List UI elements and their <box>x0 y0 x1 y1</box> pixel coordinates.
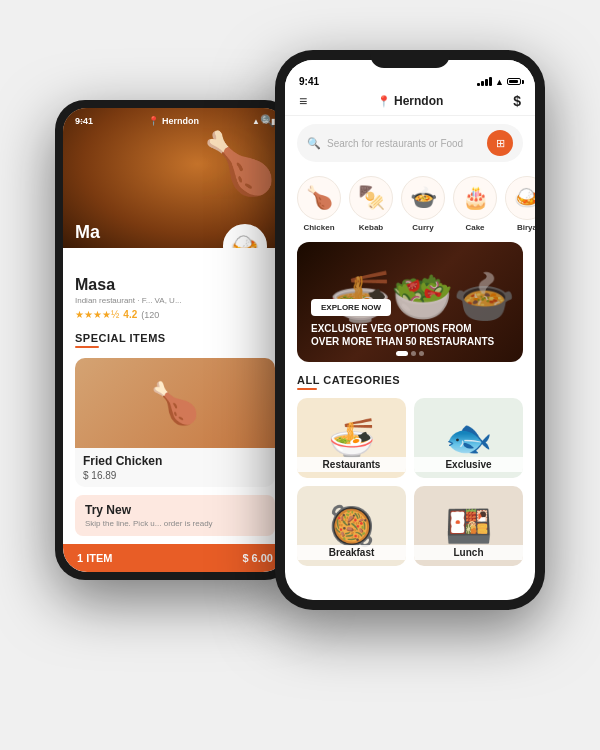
battery-icon <box>507 78 521 85</box>
front-phone-screen: 9:41 ▲ ≡ 📍 Herndon $ <box>285 60 535 600</box>
back-status-bar: 9:41 ▲ ≋ ▮ <box>63 108 287 128</box>
cat-card-label: Restaurants <box>297 457 406 472</box>
category-item-birya[interactable]: 🍛 Birya <box>505 176 535 232</box>
category-item-chicken[interactable]: 🍗 Chicken <box>297 176 341 232</box>
rating-count: (120 <box>141 310 159 320</box>
star-icons: ★★★★½ <box>75 309 119 320</box>
food-price: $ 16.89 <box>83 470 267 481</box>
front-location: 📍 Herndon <box>377 94 443 108</box>
section-title-underline <box>297 388 317 390</box>
banner-dots <box>396 351 424 356</box>
item-total: $ 6.00 <box>242 552 273 564</box>
back-bottom-bar[interactable]: 1 ITEM $ 6.00 <box>63 544 287 572</box>
phone-notch <box>370 50 450 68</box>
back-phone: 9:41 ▲ ≋ ▮ ← 📍 Herndon 🔍 Ma <box>55 100 295 580</box>
item-count: 1 ITEM <box>77 552 112 564</box>
category-item-kebab[interactable]: 🍢 Kebab <box>349 176 393 232</box>
banner-content: EXPLORE NOW EXCLUSIVE VEG OPTIONS FROMOV… <box>311 296 494 348</box>
category-emoji: 🍢 <box>349 176 393 220</box>
try-new-banner[interactable]: Try New Skip the line. Pick u... order i… <box>75 495 275 536</box>
food-card-image: 🍗 <box>75 358 275 448</box>
category-emoji: 🎂 <box>453 176 497 220</box>
search-bar[interactable]: 🔍 Search for restaurants or Food ⊞ <box>297 124 523 162</box>
category-item-cake[interactable]: 🎂 Cake <box>453 176 497 232</box>
section-underline <box>75 346 99 348</box>
promo-banner[interactable]: 🍜🥗🍲 EXPLORE NOW EXCLUSIVE VEG OPTIONS FR… <box>297 242 523 362</box>
back-restaurant-name: Masa <box>75 276 275 294</box>
food-card-info: Fried Chicken $ 16.89 <box>75 448 275 487</box>
back-wifi-icon: ≋ <box>262 117 269 126</box>
cat-card-exclusive[interactable]: 🐟 Exclusive <box>414 398 523 478</box>
front-phone: 9:41 ▲ ≡ 📍 Herndon $ <box>275 50 545 610</box>
back-phone-screen: 9:41 ▲ ≋ ▮ ← 📍 Herndon 🔍 Ma <box>63 108 287 572</box>
back-hero-image: 9:41 ▲ ≋ ▮ ← 📍 Herndon 🔍 Ma <box>63 108 287 248</box>
wallet-icon[interactable]: $ <box>513 93 521 109</box>
filter-button[interactable]: ⊞ <box>487 130 513 156</box>
category-item-curry[interactable]: 🍲 Curry <box>401 176 445 232</box>
front-location-label: Herndon <box>394 94 443 108</box>
location-pin-icon: 📍 <box>377 95 391 108</box>
banner-title: EXCLUSIVE VEG OPTIONS FROMOVER MORE THAN… <box>311 322 494 348</box>
cat-card-label: Exclusive <box>414 457 523 472</box>
rating-value: 4.2 <box>123 309 137 320</box>
dot-1 <box>396 351 408 356</box>
food-name: Fried Chicken <box>83 454 267 468</box>
front-status-icons: ▲ <box>477 77 521 87</box>
category-label: Birya <box>517 223 535 232</box>
try-new-title: Try New <box>85 503 265 517</box>
front-status-time: 9:41 <box>299 76 319 87</box>
cat-card-breakfast[interactable]: 🥘 Breakfast <box>297 486 406 566</box>
search-icon: 🔍 <box>307 137 321 150</box>
food-categories-row: 🍗 Chicken 🍢 Kebab 🍲 Curry 🎂 Cake 🍛 Birya <box>285 170 535 238</box>
category-label: Kebab <box>359 223 383 232</box>
category-label: Chicken <box>303 223 334 232</box>
cat-card-restaurants[interactable]: 🍜 Restaurants <box>297 398 406 478</box>
categories-grid: 🍜 Restaurants 🐟 Exclusive 🥘 Breakfast 🍱 … <box>285 394 535 576</box>
category-emoji: 🍲 <box>401 176 445 220</box>
filter-icon: ⊞ <box>496 137 505 150</box>
wifi-icon: ▲ <box>495 77 504 87</box>
category-emoji: 🍛 <box>505 176 535 220</box>
cat-card-label: Lunch <box>414 545 523 560</box>
section-title-wrap: ALL CATEGORIES <box>297 374 400 390</box>
dot-3 <box>419 351 424 356</box>
food-emoji: 🍗 <box>150 380 200 427</box>
cat-card-lunch[interactable]: 🍱 Lunch <box>414 486 523 566</box>
category-label: Curry <box>412 223 433 232</box>
food-card[interactable]: 🍗 Fried Chicken $ 16.89 <box>75 358 275 487</box>
search-input[interactable]: Search for restaurants or Food <box>327 138 481 149</box>
all-categories-header: ALL CATEGORIES <box>285 366 535 394</box>
back-hero-name-partial: Ma <box>75 222 100 243</box>
back-signal-icon: ▲ <box>252 117 260 126</box>
dot-2 <box>411 351 416 356</box>
front-header: ≡ 📍 Herndon $ <box>285 89 535 116</box>
all-categories-title: ALL CATEGORIES <box>297 374 400 386</box>
menu-icon[interactable]: ≡ <box>299 93 307 109</box>
back-status-time: 9:41 <box>75 116 93 126</box>
back-restaurant-subtitle: Indian restaurant · F... VA, U... <box>75 296 275 305</box>
back-rating: ★★★★½ 4.2 (120 <box>75 309 275 320</box>
cat-card-label: Breakfast <box>297 545 406 560</box>
category-label: Cake <box>465 223 484 232</box>
signal-icon <box>477 77 492 86</box>
try-new-subtitle: Skip the line. Pick u... order is ready <box>85 519 265 528</box>
explore-now-button[interactable]: EXPLORE NOW <box>311 299 391 316</box>
back-content: Masa Indian restaurant · F... VA, U... ★… <box>63 248 287 546</box>
special-items-title: SPECIAL ITEMS <box>75 332 275 344</box>
back-status-icons: ▲ ≋ ▮ <box>252 116 275 126</box>
category-emoji: 🍗 <box>297 176 341 220</box>
